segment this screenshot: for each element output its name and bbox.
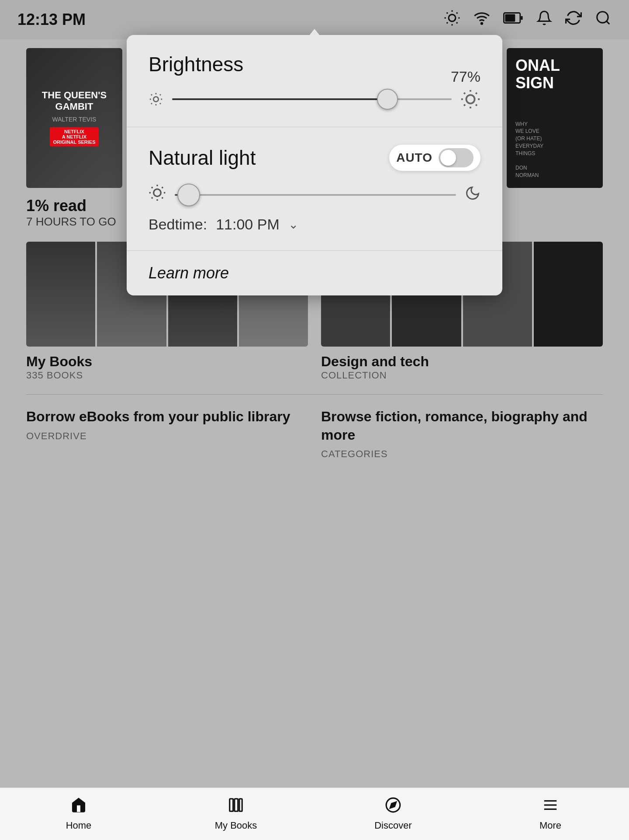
- design-cover-4: [534, 242, 603, 347]
- brightness-section: Brightness 77%: [127, 35, 502, 127]
- svg-line-22: [151, 103, 152, 104]
- browse-title: Browse fiction, romance, biography and m…: [321, 408, 603, 444]
- svg-line-32: [476, 93, 477, 94]
- svg-rect-44: [239, 799, 242, 812]
- sun-icon-small: [149, 92, 163, 107]
- natural-light-section: Natural light AUTO: [127, 127, 502, 250]
- brightness-slider-track[interactable]: [172, 98, 452, 100]
- nl-slider-thumb[interactable]: [177, 184, 200, 206]
- svg-point-9: [481, 23, 482, 24]
- coll-cover-1: [26, 242, 95, 347]
- brightness-slider-thumb[interactable]: [377, 89, 398, 110]
- section-divider-1: [26, 394, 603, 395]
- bedtime-label: Bedtime:: [149, 216, 207, 233]
- book-subtitle: WHYWE LOVE(OR HATE)EVERYDAYTHINGSDONNORM…: [515, 121, 594, 179]
- svg-line-27: [464, 93, 465, 94]
- svg-marker-46: [390, 802, 396, 808]
- learn-more-section: Learn more: [127, 250, 502, 295]
- svg-line-40: [152, 198, 152, 198]
- status-time: 12:13 PM: [17, 10, 86, 29]
- brightness-slider-fill: [172, 98, 387, 100]
- browse-promo[interactable]: Browse fiction, romance, biography and m…: [321, 408, 603, 460]
- nav-home[interactable]: Home: [0, 797, 157, 831]
- mybooks-icon: [227, 797, 245, 817]
- svg-rect-42: [230, 799, 233, 812]
- svg-line-14: [606, 21, 609, 24]
- design-tech-title: Design and tech: [321, 354, 603, 370]
- svg-line-8: [456, 13, 457, 14]
- svg-line-7: [447, 22, 448, 23]
- nl-slider-track[interactable]: [175, 194, 456, 196]
- svg-point-33: [154, 189, 161, 197]
- borrow-subtitle: OVERDRIVE: [26, 430, 308, 442]
- nav-more[interactable]: More: [472, 797, 629, 831]
- sync-icon[interactable]: [565, 10, 582, 30]
- design-tech-subtitle: COLLECTION: [321, 370, 603, 381]
- nav-mybooks-label: My Books: [215, 820, 257, 831]
- svg-line-4: [456, 22, 457, 23]
- moon-icon: [465, 185, 480, 205]
- nav-mybooks[interactable]: My Books: [157, 797, 314, 831]
- brightness-status-icon[interactable]: [444, 10, 460, 30]
- bedtime-chevron-icon: ⌄: [288, 217, 298, 232]
- book-title: THE QUEEN'S GAMBIT: [33, 90, 115, 113]
- svg-line-31: [464, 104, 465, 106]
- svg-rect-43: [235, 799, 238, 812]
- promo-row: Borrow eBooks from your public library O…: [26, 408, 603, 460]
- brightness-percent: 77%: [451, 68, 480, 85]
- status-icons: [444, 10, 612, 30]
- svg-point-0: [449, 14, 456, 21]
- auto-toggle-switch[interactable]: [439, 148, 473, 167]
- book-author: WALTER TEVIS: [52, 116, 97, 123]
- svg-point-13: [597, 12, 608, 23]
- my-books-title: My Books: [26, 354, 308, 370]
- discover-icon: [384, 797, 402, 817]
- toggle-knob: [440, 150, 456, 166]
- bedtime-value: 11:00 PM: [216, 216, 280, 233]
- book-queens-gambit[interactable]: THE QUEEN'S GAMBIT WALTER TEVIS NETFLIXA…: [26, 48, 122, 188]
- bottom-nav: Home My Books Discover Mor: [0, 788, 629, 840]
- svg-line-37: [162, 198, 163, 198]
- home-icon: [69, 797, 88, 817]
- browse-subtitle: CATEGORIES: [321, 448, 603, 460]
- borrow-promo[interactable]: Borrow eBooks from your public library O…: [26, 408, 308, 460]
- svg-line-18: [151, 94, 152, 95]
- battery-icon: [503, 10, 523, 30]
- natural-light-title: Natural light: [149, 146, 256, 170]
- nl-sun-icon: [149, 184, 166, 205]
- svg-point-24: [466, 95, 474, 103]
- borrow-title: Borrow eBooks from your public library: [26, 408, 308, 426]
- nav-more-label: More: [539, 820, 561, 831]
- natural-light-slider-container: [149, 184, 480, 205]
- svg-line-19: [160, 103, 161, 104]
- svg-line-23: [160, 94, 161, 95]
- netflix-badge: NETFLIXA NETFLIXORIGINAL SERIES: [50, 127, 99, 146]
- svg-line-41: [162, 187, 163, 188]
- nav-discover[interactable]: Discover: [314, 797, 472, 831]
- natural-light-header: Natural light AUTO: [149, 145, 480, 171]
- bedtime-row[interactable]: Bedtime: 11:00 PM ⌄: [149, 216, 480, 233]
- svg-rect-11: [505, 14, 515, 21]
- svg-line-36: [152, 187, 152, 188]
- nav-discover-label: Discover: [374, 820, 412, 831]
- notification-icon[interactable]: [536, 10, 552, 30]
- auto-toggle-container[interactable]: AUTO: [389, 145, 480, 171]
- wifi-icon: [473, 10, 490, 30]
- more-icon: [541, 797, 560, 817]
- nav-home-label: Home: [66, 820, 92, 831]
- brightness-title: Brightness: [149, 52, 480, 76]
- book-big-title: ONALSIGN: [515, 57, 594, 91]
- learn-more-link[interactable]: Learn more: [149, 264, 229, 282]
- brightness-slider-container: 77%: [149, 89, 480, 109]
- svg-point-15: [153, 97, 158, 101]
- book-design[interactable]: ONALSIGN WHYWE LOVE(OR HATE)EVERYDAYTHIN…: [507, 48, 603, 188]
- svg-line-28: [476, 104, 477, 106]
- svg-line-3: [447, 13, 448, 14]
- sun-icon-large: [460, 89, 480, 109]
- status-bar: 12:13 PM: [0, 0, 629, 39]
- search-icon[interactable]: [595, 10, 612, 30]
- brightness-panel[interactable]: Brightness 77%: [127, 35, 502, 295]
- my-books-count: 335 BOOKS: [26, 370, 308, 381]
- svg-rect-12: [521, 16, 522, 20]
- auto-toggle-label: AUTO: [396, 151, 432, 165]
